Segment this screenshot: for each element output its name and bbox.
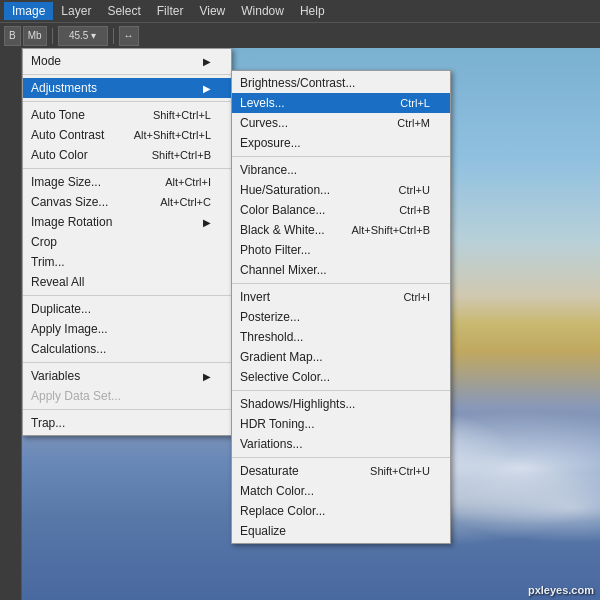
menu-item-reveal-all-label: Reveal All — [31, 275, 84, 289]
menu-sep-1 — [23, 74, 231, 75]
submenu-item-hue-saturation-label: Hue/Saturation... — [240, 183, 330, 197]
submenu-sep-3 — [232, 390, 450, 391]
menubar-item-image[interactable]: Image — [4, 2, 53, 20]
menubar-item-window[interactable]: Window — [233, 2, 292, 20]
submenu-sep-4 — [232, 457, 450, 458]
menubar-item-select[interactable]: Select — [99, 2, 148, 20]
submenu-item-brightness-contrast[interactable]: Brightness/Contrast... — [232, 73, 450, 93]
menu-item-canvas-size[interactable]: Canvas Size... Alt+Ctrl+C — [23, 192, 231, 212]
submenu-item-photo-filter[interactable]: Photo Filter... — [232, 240, 450, 260]
submenu-item-threshold[interactable]: Threshold... — [232, 327, 450, 347]
submenu-item-channel-mixer-label: Channel Mixer... — [240, 263, 327, 277]
submenu-item-replace-color[interactable]: Replace Color... — [232, 501, 450, 521]
menu-item-variables-label: Variables — [31, 369, 80, 383]
submenu-item-hdr-toning[interactable]: HDR Toning... — [232, 414, 450, 434]
submenu-item-shadows-highlights[interactable]: Shadows/Highlights... — [232, 394, 450, 414]
submenu-item-curves[interactable]: Curves... Ctrl+M — [232, 113, 450, 133]
menu-item-auto-contrast[interactable]: Auto Contrast Alt+Shift+Ctrl+L — [23, 125, 231, 145]
submenu-item-vibrance-label: Vibrance... — [240, 163, 297, 177]
menu-item-apply-image[interactable]: Apply Image... — [23, 319, 231, 339]
submenu-sep-2 — [232, 283, 450, 284]
submenu-item-match-color[interactable]: Match Color... — [232, 481, 450, 501]
menu-sep-3 — [23, 168, 231, 169]
submenu-item-exposure[interactable]: Exposure... — [232, 133, 450, 153]
submenu-item-equalize[interactable]: Equalize — [232, 521, 450, 541]
submenu-item-brightness-contrast-label: Brightness/Contrast... — [240, 76, 355, 90]
menubar-item-help[interactable]: Help — [292, 2, 333, 20]
menu-item-image-rotation[interactable]: Image Rotation ▶ — [23, 212, 231, 232]
menu-item-reveal-all[interactable]: Reveal All — [23, 272, 231, 292]
submenu-item-desaturate[interactable]: Desaturate Shift+Ctrl+U — [232, 461, 450, 481]
menu-item-trim[interactable]: Trim... — [23, 252, 231, 272]
menubar-item-view[interactable]: View — [191, 2, 233, 20]
submenu-item-curves-label: Curves... — [240, 116, 288, 130]
menu-item-duplicate-label: Duplicate... — [31, 302, 91, 316]
menu-sep-5 — [23, 362, 231, 363]
menu-item-mode-label: Mode — [31, 54, 61, 68]
menu-item-calculations-label: Calculations... — [31, 342, 106, 356]
menu-item-variables[interactable]: Variables ▶ — [23, 366, 231, 386]
submenu-item-equalize-label: Equalize — [240, 524, 286, 538]
submenu-item-color-balance[interactable]: Color Balance... Ctrl+B — [232, 200, 450, 220]
submenu-item-invert[interactable]: Invert Ctrl+I — [232, 287, 450, 307]
submenu-item-variations-label: Variations... — [240, 437, 302, 451]
submenu-item-channel-mixer[interactable]: Channel Mixer... — [232, 260, 450, 280]
toolbar-sep-1 — [52, 28, 53, 44]
menubar-item-layer[interactable]: Layer — [53, 2, 99, 20]
submenu-item-color-balance-label: Color Balance... — [240, 203, 325, 217]
menu-item-image-size[interactable]: Image Size... Alt+Ctrl+I — [23, 172, 231, 192]
toolbar-extra-btn[interactable]: ↔ — [119, 26, 139, 46]
toolbar-mode-btn[interactable]: B — [4, 26, 21, 46]
submenu-item-variations[interactable]: Variations... — [232, 434, 450, 454]
menu-item-apply-data-set-label: Apply Data Set... — [31, 389, 121, 403]
submenu-item-hue-saturation[interactable]: Hue/Saturation... Ctrl+U — [232, 180, 450, 200]
watermark-text: pxleyes.com — [528, 584, 594, 596]
menu-item-auto-color-shortcut: Shift+Ctrl+B — [152, 149, 211, 161]
menubar-item-filter[interactable]: Filter — [149, 2, 192, 20]
submenu-item-desaturate-label: Desaturate — [240, 464, 299, 478]
submenu-item-vibrance[interactable]: Vibrance... — [232, 160, 450, 180]
menu-item-adjustments[interactable]: Adjustments ▶ — [23, 78, 231, 98]
menu-item-image-rotation-label: Image Rotation — [31, 215, 112, 229]
toolbar-sep-2 — [113, 28, 114, 44]
submenu-item-black-white[interactable]: Black & White... Alt+Shift+Ctrl+B — [232, 220, 450, 240]
menu-item-mode[interactable]: Mode ▶ — [23, 51, 231, 71]
toolbar-btn-2[interactable]: Mb — [23, 26, 47, 46]
submenu-item-levels-label: Levels... — [240, 96, 285, 110]
menu-item-crop-label: Crop — [31, 235, 57, 249]
submenu-item-hue-saturation-shortcut: Ctrl+U — [399, 184, 430, 196]
menu-item-auto-color[interactable]: Auto Color Shift+Ctrl+B — [23, 145, 231, 165]
submenu-item-threshold-label: Threshold... — [240, 330, 303, 344]
menu-item-auto-tone[interactable]: Auto Tone Shift+Ctrl+L — [23, 105, 231, 125]
menu-item-trap[interactable]: Trap... — [23, 413, 231, 433]
toolbar-zoom-btn[interactable]: 45.5 ▾ — [58, 26, 108, 46]
menu-item-duplicate[interactable]: Duplicate... — [23, 299, 231, 319]
submenu-item-levels[interactable]: Levels... Ctrl+L — [232, 93, 450, 113]
submenu-sep-1 — [232, 156, 450, 157]
menu-item-image-size-label: Image Size... — [31, 175, 101, 189]
menu-item-auto-tone-shortcut: Shift+Ctrl+L — [153, 109, 211, 121]
submenu-item-curves-shortcut: Ctrl+M — [397, 117, 430, 129]
submenu-item-invert-label: Invert — [240, 290, 270, 304]
menu-item-crop[interactable]: Crop — [23, 232, 231, 252]
menu-sep-6 — [23, 409, 231, 410]
menubar: Image Layer Select Filter View Window He… — [0, 0, 600, 22]
submenu-item-invert-shortcut: Ctrl+I — [403, 291, 430, 303]
submenu-item-selective-color[interactable]: Selective Color... — [232, 367, 450, 387]
menu-item-auto-contrast-label: Auto Contrast — [31, 128, 104, 142]
submenu-item-gradient-map[interactable]: Gradient Map... — [232, 347, 450, 367]
menu-item-calculations[interactable]: Calculations... — [23, 339, 231, 359]
submenu-item-posterize[interactable]: Posterize... — [232, 307, 450, 327]
submenu-item-posterize-label: Posterize... — [240, 310, 300, 324]
left-panel — [0, 48, 22, 600]
watermark: pxleyes.com — [528, 584, 594, 596]
menu-item-auto-tone-label: Auto Tone — [31, 108, 85, 122]
submenu-item-black-white-shortcut: Alt+Shift+Ctrl+B — [351, 224, 430, 236]
menu-item-mode-arrow: ▶ — [203, 56, 211, 67]
content-area: Mode ▶ Adjustments ▶ Auto Tone Shift+Ctr… — [22, 48, 600, 600]
submenu-item-selective-color-label: Selective Color... — [240, 370, 330, 384]
menu-item-apply-image-label: Apply Image... — [31, 322, 108, 336]
menu-sep-2 — [23, 101, 231, 102]
image-menu: Mode ▶ Adjustments ▶ Auto Tone Shift+Ctr… — [22, 48, 232, 436]
menu-item-adjustments-label: Adjustments — [31, 81, 97, 95]
